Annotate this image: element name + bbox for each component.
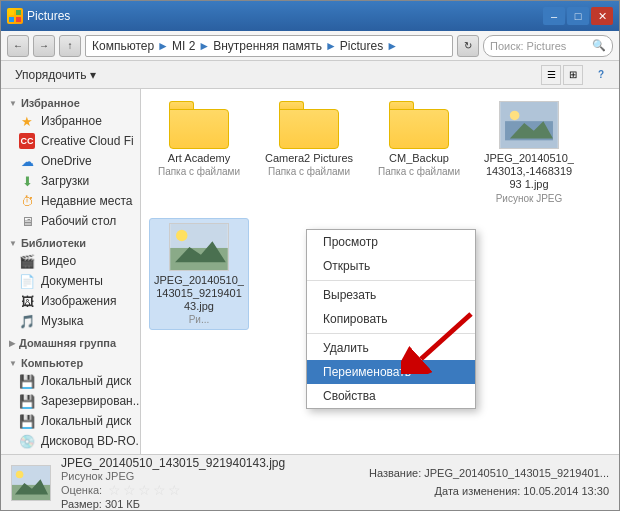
cloud-icon: ☁ (19, 153, 35, 169)
file-subtext: Рисунок JPEG (496, 193, 563, 204)
context-menu-item-properties[interactable]: Свойства (307, 384, 475, 408)
sidebar-item-recent[interactable]: ⏱ Недавние места (1, 191, 140, 211)
sidebar-item-documents[interactable]: 📄 Документы (1, 271, 140, 291)
status-bar: JPEG_20140510_143015_921940143.jpg Рисун… (1, 454, 619, 510)
path-segment: Компьютер (92, 39, 154, 53)
sidebar-item-label: Документы (41, 274, 103, 288)
date-label: Дата изменения: (435, 485, 521, 497)
sidebar-item-reserved[interactable]: 💾 Зарезервирован... (1, 391, 140, 411)
sidebar-item-downloads[interactable]: ⬇ Загрузки (1, 171, 140, 191)
sidebar-item-local-disk-1[interactable]: 💾 Локальный диск (1, 371, 140, 391)
address-path[interactable]: Компьютер ► MI 2 ► Внутренняя память ► P… (85, 35, 453, 57)
status-filename: JPEG_20140510_143015_921940143.jpg (61, 456, 359, 470)
image-icon: 🖼 (19, 293, 35, 309)
sidebar-item-label: Рабочий стол (41, 214, 116, 228)
sidebar-item-label: Музыка (41, 314, 83, 328)
view-buttons: ☰ ⊞ (541, 65, 583, 85)
list-item[interactable]: CM_Backup Папка с файлами (369, 97, 469, 208)
chevron-down-icon: ▼ (9, 239, 17, 248)
sidebar-item-desktop[interactable]: 🖥 Рабочий стол (1, 211, 140, 231)
sidebar-item-music[interactable]: 🎵 Музыка (1, 311, 140, 331)
folder-icon (389, 101, 449, 149)
image-thumbnail (499, 101, 559, 149)
computer-header[interactable]: ▼ Компьютер (1, 355, 140, 371)
refresh-button[interactable]: ↻ (457, 35, 479, 57)
desktop-icon: 🖥 (19, 213, 35, 229)
chevron-down-icon: ▼ (9, 99, 17, 108)
image-thumbnail (169, 223, 229, 271)
toolbar: Упорядочить ▾ ☰ ⊞ ? (1, 61, 619, 89)
star-4[interactable]: ☆ (153, 482, 166, 498)
context-menu-item-open[interactable]: Открыть (307, 254, 475, 278)
libraries-header[interactable]: ▼ Библиотеки (1, 235, 140, 251)
sidebar-item-bd-drive[interactable]: 💿 Дисковод BD-RО... (1, 431, 140, 451)
star-5[interactable]: ☆ (168, 482, 181, 498)
disk-icon: 💾 (19, 413, 35, 429)
svg-rect-2 (9, 17, 14, 22)
svg-rect-1 (16, 10, 21, 15)
file-name: Camera2 Pictures (265, 152, 353, 165)
file-area: Art Academy Папка с файлами Camera2 Pict… (141, 89, 619, 454)
help-button[interactable]: ? (591, 65, 611, 85)
computer-label: Компьютер (21, 357, 83, 369)
window-icon (7, 8, 23, 24)
status-rating: Оценка: ☆ ☆ ☆ ☆ ☆ (61, 482, 359, 498)
star-2[interactable]: ☆ (123, 482, 136, 498)
organize-button[interactable]: Упорядочить ▾ (9, 66, 102, 84)
view-details-button[interactable]: ☰ (541, 65, 561, 85)
forward-button[interactable]: → (33, 35, 55, 57)
status-name-row: Название: JPEG_20140510_143015_9219401..… (369, 465, 609, 483)
video-icon: 🎬 (19, 253, 35, 269)
file-name: JPEG_20140510_143015_921940143.jpg (154, 274, 244, 314)
star-1[interactable]: ☆ (108, 482, 121, 498)
sidebar-item-label: Creative Cloud Fi (41, 134, 134, 148)
favorites-header[interactable]: ▼ Избранное (1, 95, 140, 111)
disc-icon: 💿 (19, 433, 35, 449)
svg-point-6 (510, 111, 520, 121)
download-icon: ⬇ (19, 173, 35, 189)
svg-rect-0 (9, 10, 14, 15)
arrow-pointer (401, 304, 481, 374)
sidebar-item-onedrive[interactable]: ☁ OneDrive (1, 151, 140, 171)
path-segment: MI 2 (172, 39, 195, 53)
clock-icon: ⏱ (19, 193, 35, 209)
folder-icon (279, 101, 339, 149)
sidebar-item-cc[interactable]: CC Creative Cloud Fi (1, 131, 140, 151)
rating-label: Оценка: (61, 484, 102, 496)
view-icons-button[interactable]: ⊞ (563, 65, 583, 85)
sidebar-item-images[interactable]: 🖼 Изображения (1, 291, 140, 311)
list-item[interactable]: Camera2 Pictures Папка с файлами (259, 97, 359, 208)
close-button[interactable]: ✕ (591, 7, 613, 25)
status-date-row: Дата изменения: 10.05.2014 13:30 (369, 483, 609, 501)
explorer-window: Pictures – □ ✕ ← → ↑ Компьютер ► MI 2 ► … (0, 0, 620, 511)
maximize-button[interactable]: □ (567, 7, 589, 25)
music-icon: 🎵 (19, 313, 35, 329)
sidebar-item-label: Изображения (41, 294, 116, 308)
list-item[interactable]: Art Academy Папка с файлами (149, 97, 249, 208)
context-menu-item-preview[interactable]: Просмотр (307, 230, 475, 254)
disk-icon: 💾 (19, 373, 35, 389)
sidebar-item-izbrannoe[interactable]: ★ Избранное (1, 111, 140, 131)
back-button[interactable]: ← (7, 35, 29, 57)
sidebar-item-local-disk-2[interactable]: 💾 Локальный диск (1, 411, 140, 431)
sidebar-item-label: Избранное (41, 114, 102, 128)
size-value: 301 КБ (105, 498, 140, 510)
libraries-label: Библиотеки (21, 237, 86, 249)
sidebar: ▼ Избранное ★ Избранное CC Creative Clou… (1, 89, 141, 454)
up-button[interactable]: ↑ (59, 35, 81, 57)
cc-icon: CC (19, 133, 35, 149)
list-item[interactable]: JPEG_20140510_143015_921940143.jpg Ри... (149, 218, 249, 331)
main-content: ▼ Избранное ★ Избранное CC Creative Clou… (1, 89, 619, 454)
file-subtext: Папка с файлами (378, 166, 460, 177)
homegroup-header[interactable]: ▶ Домашняя группа (1, 335, 140, 351)
size-label: Размер: (61, 498, 102, 510)
chevron-down-icon: ▼ (9, 359, 17, 368)
search-box[interactable]: Поиск: Pictures 🔍 (483, 35, 613, 57)
file-name: CM_Backup (389, 152, 449, 165)
list-item[interactable]: JPEG_20140510_143013,-146831993 1.jpg Ри… (479, 97, 579, 208)
svg-point-16 (16, 470, 24, 478)
sidebar-item-video[interactable]: 🎬 Видео (1, 251, 140, 271)
title-bar: Pictures – □ ✕ (1, 1, 619, 31)
minimize-button[interactable]: – (543, 7, 565, 25)
star-3[interactable]: ☆ (138, 482, 151, 498)
